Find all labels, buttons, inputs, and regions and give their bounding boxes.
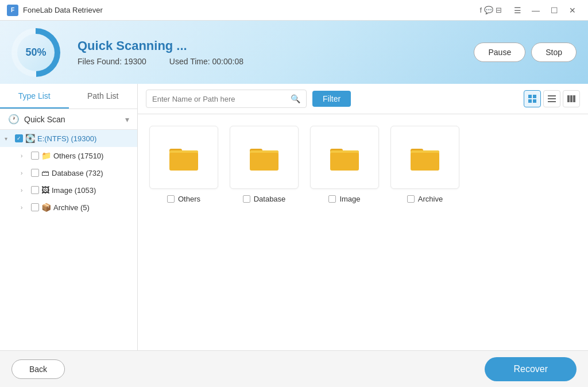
- archive-icon: 📦: [41, 203, 51, 212]
- scan-stats: Files Found: 19300 Used Time: 00:00:08: [78, 57, 243, 66]
- app-icon: F: [7, 5, 18, 16]
- others-grid-checkbox[interactable]: [167, 195, 175, 203]
- progress-percent: 50%: [17, 34, 55, 71]
- files-found: Files Found: 19300: [78, 57, 146, 66]
- message-icon[interactable]: 💬: [484, 6, 493, 14]
- grid-item-card-others: [149, 126, 218, 189]
- grid-item-card-database: [230, 126, 299, 189]
- search-input[interactable]: [152, 95, 287, 103]
- filter-button[interactable]: Filter: [312, 91, 351, 107]
- image-icon: 🖼: [41, 185, 49, 195]
- svg-rect-21: [330, 153, 359, 169]
- list-view-button[interactable]: [543, 90, 560, 107]
- tab-type-list[interactable]: Type List: [0, 84, 69, 109]
- grid-item-card-archive: [390, 126, 459, 189]
- menu-button[interactable]: ☰: [509, 3, 526, 17]
- social-icons: f 💬 ⊟: [479, 6, 502, 14]
- facebook-icon[interactable]: f: [479, 6, 482, 14]
- close-button[interactable]: ✕: [564, 3, 581, 17]
- scan-type-selector[interactable]: 🕐 Quick Scan ▾: [0, 109, 137, 130]
- recover-button[interactable]: Recover: [485, 357, 577, 381]
- database-icon: 🗃: [41, 168, 49, 177]
- save-icon[interactable]: ⊟: [496, 6, 502, 14]
- tree-item-archive[interactable]: › 📦 Archive (5): [0, 199, 137, 216]
- others-label: Others (17510): [53, 152, 131, 160]
- stop-button[interactable]: Stop: [531, 42, 577, 62]
- grid-view-button[interactable]: [524, 90, 541, 107]
- scan-action-buttons: Pause Stop: [474, 42, 577, 62]
- svg-rect-8: [570, 95, 572, 102]
- svg-rect-17: [250, 153, 278, 169]
- chevron-right-icon: ›: [21, 170, 29, 176]
- main-content: Type List Path List 🕐 Quick Scan ▾ ▾ ✓ 💽…: [0, 84, 588, 350]
- right-panel: 🔍 Filter: [138, 84, 588, 350]
- grid-item-database[interactable]: Database: [230, 126, 299, 203]
- pause-button[interactable]: Pause: [474, 42, 525, 62]
- title-bar: F FoneLab Data Retriever f 💬 ⊟ ☰ — ☐ ✕: [0, 0, 588, 21]
- grid-item-label-image: Image: [328, 195, 360, 203]
- column-view-button[interactable]: [563, 90, 580, 107]
- grid-item-archive[interactable]: Archive: [390, 126, 459, 203]
- drive-icon: 💽: [25, 134, 35, 143]
- archive-checkbox[interactable]: [31, 203, 39, 211]
- chevron-down-icon: ▾: [125, 115, 129, 124]
- scan-type-label: Quick Scan: [24, 115, 65, 124]
- search-box: 🔍: [146, 90, 307, 108]
- folder-svg-archive: [411, 145, 439, 171]
- footer: Back Recover: [0, 350, 588, 387]
- tree-item-others[interactable]: › 📁 Others (17510): [0, 147, 137, 164]
- folder-svg-others: [169, 145, 198, 171]
- svg-rect-25: [411, 153, 439, 169]
- grid-item-label-database: Database: [243, 195, 286, 203]
- image-checkbox[interactable]: [31, 186, 39, 194]
- list-icon: [548, 95, 556, 102]
- filter-bar: 🔍 Filter: [138, 84, 588, 114]
- drive-checkbox[interactable]: ✓: [15, 134, 23, 142]
- others-checkbox[interactable]: [31, 152, 39, 160]
- progress-circle: 50%: [11, 28, 60, 77]
- svg-rect-2: [528, 99, 532, 103]
- chevron-down-icon: ▾: [5, 136, 13, 142]
- drive-label: E:(NTFS) (19300): [37, 134, 131, 143]
- image-label: Image (1053): [52, 186, 131, 195]
- grid-item-others[interactable]: Others: [149, 126, 218, 203]
- sidebar: Type List Path List 🕐 Quick Scan ▾ ▾ ✓ 💽…: [0, 84, 138, 350]
- svg-rect-9: [573, 95, 575, 102]
- grid-item-image[interactable]: Image: [310, 126, 379, 203]
- maximize-button[interactable]: ☐: [546, 3, 563, 17]
- search-icon: 🔍: [291, 94, 300, 103]
- grid-item-card-image: [310, 126, 379, 189]
- minimize-button[interactable]: —: [527, 3, 544, 17]
- columns-icon: [567, 95, 575, 102]
- archive-label: Archive (5): [53, 203, 131, 212]
- database-grid-checkbox[interactable]: [243, 195, 250, 203]
- svg-rect-7: [567, 95, 570, 102]
- image-grid-checkbox[interactable]: [328, 195, 336, 203]
- archive-grid-checkbox[interactable]: [407, 195, 415, 203]
- svg-rect-6: [548, 101, 556, 102]
- grid-item-label-archive: Archive: [407, 195, 443, 203]
- tree-item-drive[interactable]: ▾ ✓ 💽 E:(NTFS) (19300): [0, 130, 137, 147]
- folder-svg-image: [330, 145, 359, 171]
- window-controls: ☰ — ☐ ✕: [509, 3, 581, 17]
- grid-icon: [528, 95, 536, 103]
- scan-title: Quick Scanning ...: [78, 38, 243, 53]
- tree-item-database[interactable]: › 🗃 Database (732): [0, 164, 137, 181]
- view-toggles: [524, 90, 580, 107]
- folder-icon: 📁: [41, 151, 51, 160]
- used-time: Used Time: 00:00:08: [169, 57, 243, 66]
- svg-rect-4: [548, 95, 556, 96]
- svg-rect-3: [533, 99, 536, 103]
- back-button[interactable]: Back: [11, 359, 65, 379]
- tab-path-list[interactable]: Path List: [69, 84, 138, 109]
- grid-content: Others Database: [138, 114, 588, 350]
- app-title: FoneLab Data Retriever: [23, 6, 479, 14]
- database-checkbox[interactable]: [31, 169, 39, 177]
- scan-info: Quick Scanning ... Files Found: 19300 Us…: [78, 38, 243, 66]
- svg-rect-1: [533, 95, 536, 98]
- svg-rect-13: [169, 153, 198, 169]
- tree-item-image[interactable]: › 🖼 Image (1053): [0, 181, 137, 199]
- scan-header: 50% Quick Scanning ... Files Found: 1930…: [0, 21, 588, 84]
- sidebar-tabs: Type List Path List: [0, 84, 137, 109]
- grid-item-label-others: Others: [167, 195, 200, 203]
